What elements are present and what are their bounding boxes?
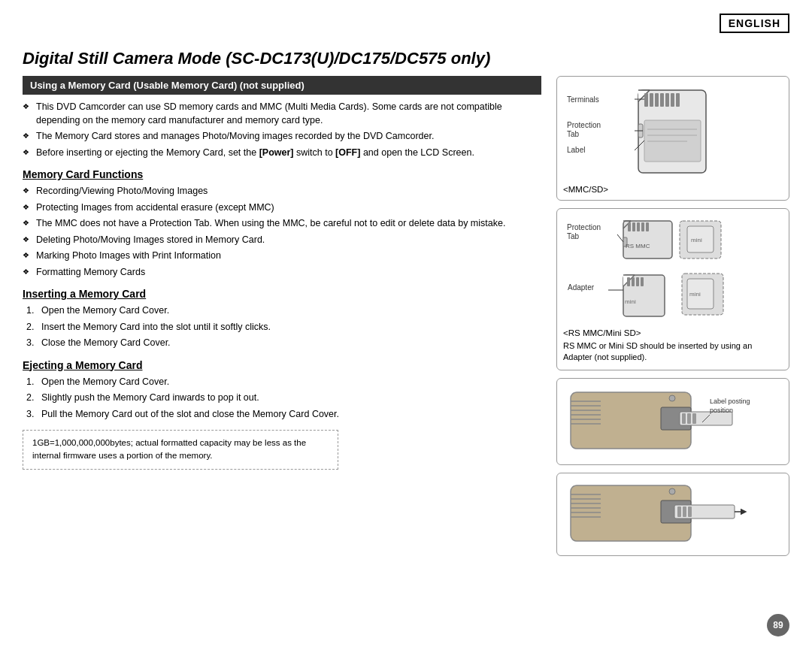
svg-rect-9: [671, 93, 674, 107]
list-item: Protecting Images from accidental erasur…: [23, 201, 541, 215]
bold-text: [Power]: [259, 147, 294, 158]
section2-bullets: Recording/Viewing Photo/Moving Images Pr…: [23, 185, 541, 279]
svg-rect-44: [627, 277, 630, 286]
svg-rect-31: [641, 222, 644, 231]
svg-rect-79: [677, 506, 681, 517]
svg-point-66: [669, 395, 675, 401]
svg-text:Tab: Tab: [567, 130, 580, 138]
inserting-diagram: Label posting position: [556, 378, 789, 465]
svg-rect-81: [688, 506, 692, 517]
svg-rect-8: [665, 93, 669, 107]
section3-heading: Inserting a Memory Card: [23, 288, 541, 300]
svg-rect-47: [641, 277, 644, 286]
svg-text:position: position: [710, 407, 733, 414]
rs-mmc-note: RS MMC or Mini SD should be inserted by …: [563, 340, 783, 364]
rs-mmc-diagram: Protection Tab: [556, 208, 789, 370]
mmc-sd-svg: Terminals Protection Tab Label: [563, 83, 774, 180]
list-item: 2.Slightly push the Memory Card inwards …: [26, 392, 541, 405]
page-number: 89: [767, 614, 789, 636]
svg-rect-5: [650, 93, 653, 107]
svg-rect-29: [632, 222, 635, 231]
svg-rect-46: [636, 277, 639, 286]
list-item: 3.Close the Memory Card Cover.: [26, 337, 541, 350]
svg-text:mini: mini: [625, 298, 636, 305]
svg-rect-63: [682, 413, 686, 424]
svg-text:mini: mini: [689, 291, 701, 298]
section4-heading: Ejecting a Memory Card: [23, 359, 541, 371]
list-item: 2.Insert the Memory Card into the slot u…: [26, 321, 541, 334]
list-item: Formatting Memory Cards: [23, 266, 541, 280]
list-item: Marking Photo Images with Print Informat…: [23, 249, 541, 263]
mmc-sd-caption: <MMC/SD>: [563, 185, 783, 194]
section2-heading: Memory Card Functions: [23, 168, 541, 180]
content-area: Using a Memory Card (Usable Memory Card)…: [23, 76, 789, 556]
svg-point-83: [669, 488, 675, 494]
list-item: Deleting Photo/Moving Images stored in M…: [23, 234, 541, 247]
svg-rect-6: [655, 93, 659, 107]
section4-steps: 1.Open the Memory Card Cover. 2.Slightly…: [23, 376, 541, 422]
svg-text:Adapter: Adapter: [568, 283, 595, 292]
svg-text:RS MMC: RS MMC: [626, 243, 650, 249]
main-title: Digital Still Camera Mode (SC-DC173(U)/D…: [23, 49, 789, 68]
section3-steps: 1.Open the Memory Card Cover. 2.Insert t…: [23, 304, 541, 350]
svg-text:Protection: Protection: [567, 121, 601, 129]
svg-text:Label posting: Label posting: [710, 398, 750, 405]
inserting-svg: Label posting position: [563, 385, 774, 456]
svg-rect-45: [632, 277, 635, 286]
svg-line-34: [617, 234, 623, 242]
section1-bullets: This DVD Camcorder can use SD memory car…: [23, 101, 541, 159]
rs-mmc-caption: <RS MMC/Mini SD>: [563, 328, 783, 337]
right-column: Terminals Protection Tab Label <MMC/SD> …: [556, 76, 789, 556]
bold-text: [OFF]: [335, 147, 360, 158]
svg-text:Protection: Protection: [567, 223, 601, 231]
section1-bar: Using a Memory Card (Usable Memory Card)…: [23, 76, 541, 95]
svg-text:Terminals: Terminals: [567, 95, 599, 104]
page: ENGLISH Digital Still Camera Mode (SC-DC…: [0, 0, 812, 650]
rs-mmc-svg: Protection Tab: [563, 215, 774, 324]
svg-text:Label: Label: [567, 146, 585, 154]
list-item: The MMC does not have a Protection Tab. …: [23, 217, 541, 231]
left-column: Using a Memory Card (Usable Memory Card)…: [23, 76, 541, 556]
svg-text:mini: mini: [691, 237, 702, 243]
list-item: 1.Open the Memory Card Cover.: [26, 376, 541, 389]
svg-rect-30: [637, 222, 640, 231]
svg-rect-28: [628, 222, 631, 231]
svg-rect-64: [687, 413, 691, 424]
list-item: 1.Open the Memory Card Cover.: [26, 304, 541, 318]
english-badge: ENGLISH: [720, 14, 789, 33]
svg-text:Tab: Tab: [567, 232, 580, 240]
svg-rect-7: [660, 93, 664, 107]
svg-rect-4: [644, 93, 648, 107]
ejecting-svg: [563, 479, 774, 547]
ejecting-diagram: [556, 473, 789, 556]
list-item: Recording/Viewing Photo/Moving Images: [23, 185, 541, 198]
list-item: This DVD Camcorder can use SD memory car…: [23, 101, 541, 127]
list-item: Before inserting or ejecting the Memory …: [23, 147, 541, 160]
list-item: The Memory Card stores and manages Photo…: [23, 130, 541, 144]
note-box: 1GB=1,000,000,000bytes; actual formatted…: [23, 430, 338, 470]
svg-rect-10: [676, 93, 680, 107]
svg-rect-32: [646, 222, 649, 231]
svg-rect-80: [683, 506, 686, 517]
svg-rect-65: [692, 413, 696, 424]
list-item: 3.Pull the Memory Card out of the slot a…: [26, 408, 541, 422]
mmc-sd-diagram: Terminals Protection Tab Label <MMC/SD>: [556, 76, 789, 201]
